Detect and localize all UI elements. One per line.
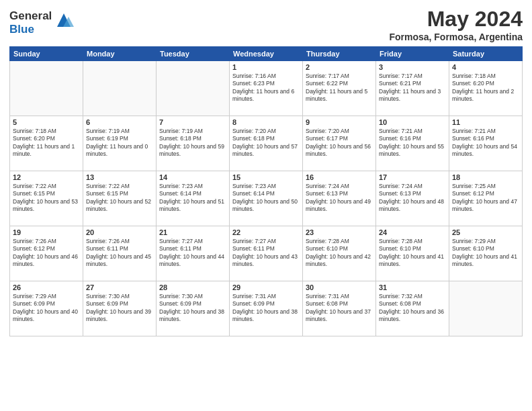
logo-icon — [54, 10, 74, 30]
table-row: 22Sunrise: 7:27 AM Sunset: 6:11 PM Dayli… — [230, 226, 303, 281]
day-info: Sunrise: 7:29 AM Sunset: 6:09 PM Dayligh… — [13, 293, 80, 324]
table-row: 30Sunrise: 7:31 AM Sunset: 6:08 PM Dayli… — [303, 281, 376, 336]
day-number: 29 — [232, 283, 300, 291]
col-sunday: Sunday — [10, 47, 83, 61]
table-row: 29Sunrise: 7:31 AM Sunset: 6:09 PM Dayli… — [230, 281, 303, 336]
logo-general: General — [9, 9, 52, 23]
col-tuesday: Tuesday — [157, 47, 230, 61]
title-block: May 2024 Formosa, Formosa, Argentina — [389, 7, 523, 42]
col-wednesday: Wednesday — [230, 47, 303, 61]
day-info: Sunrise: 7:26 AM Sunset: 6:12 PM Dayligh… — [13, 238, 80, 269]
day-number: 7 — [159, 118, 226, 126]
day-info: Sunrise: 7:17 AM Sunset: 6:22 PM Dayligh… — [306, 73, 373, 103]
table-row: 26Sunrise: 7:29 AM Sunset: 6:09 PM Dayli… — [10, 281, 83, 336]
day-info: Sunrise: 7:21 AM Sunset: 6:16 PM Dayligh… — [452, 128, 519, 158]
day-info: Sunrise: 7:24 AM Sunset: 6:13 PM Dayligh… — [379, 183, 446, 214]
table-row: 19Sunrise: 7:26 AM Sunset: 6:12 PM Dayli… — [10, 226, 83, 281]
day-info: Sunrise: 7:31 AM Sunset: 6:08 PM Dayligh… — [306, 293, 373, 324]
table-row: 20Sunrise: 7:26 AM Sunset: 6:11 PM Dayli… — [83, 226, 157, 281]
day-number: 18 — [452, 173, 519, 181]
day-number: 19 — [13, 228, 80, 236]
day-info: Sunrise: 7:28 AM Sunset: 6:10 PM Dayligh… — [379, 238, 446, 269]
table-row: 21Sunrise: 7:27 AM Sunset: 6:11 PM Dayli… — [157, 226, 230, 281]
day-number: 26 — [13, 283, 80, 291]
day-info: Sunrise: 7:16 AM Sunset: 6:23 PM Dayligh… — [232, 73, 300, 103]
table-row: 11Sunrise: 7:21 AM Sunset: 6:16 PM Dayli… — [449, 116, 523, 171]
day-number: 12 — [13, 173, 80, 181]
day-info: Sunrise: 7:27 AM Sunset: 6:11 PM Dayligh… — [159, 238, 226, 269]
day-number: 22 — [232, 228, 300, 236]
day-info: Sunrise: 7:31 AM Sunset: 6:09 PM Dayligh… — [232, 293, 300, 324]
day-number: 8 — [232, 118, 300, 126]
day-number: 2 — [306, 63, 373, 71]
logo-blue: Blue — [9, 23, 52, 36]
calendar-week-row: 26Sunrise: 7:29 AM Sunset: 6:09 PM Dayli… — [10, 281, 523, 336]
day-number: 25 — [452, 228, 519, 236]
table-row: 4Sunrise: 7:18 AM Sunset: 6:20 PM Daylig… — [449, 61, 523, 116]
day-number: 16 — [306, 173, 373, 181]
calendar-table: Sunday Monday Tuesday Wednesday Thursday… — [9, 46, 523, 336]
day-info: Sunrise: 7:18 AM Sunset: 6:20 PM Dayligh… — [13, 128, 80, 158]
table-row: 13Sunrise: 7:22 AM Sunset: 6:15 PM Dayli… — [83, 171, 157, 226]
day-number: 1 — [232, 63, 300, 71]
day-info: Sunrise: 7:19 AM Sunset: 6:18 PM Dayligh… — [159, 128, 226, 158]
day-info: Sunrise: 7:24 AM Sunset: 6:13 PM Dayligh… — [306, 183, 373, 214]
day-number: 5 — [13, 118, 80, 126]
table-row: 15Sunrise: 7:23 AM Sunset: 6:14 PM Dayli… — [230, 171, 303, 226]
day-info: Sunrise: 7:21 AM Sunset: 6:16 PM Dayligh… — [379, 128, 446, 158]
day-info: Sunrise: 7:22 AM Sunset: 6:15 PM Dayligh… — [13, 183, 80, 214]
day-number: 9 — [306, 118, 373, 126]
day-number: 6 — [86, 118, 153, 126]
day-info: Sunrise: 7:27 AM Sunset: 6:11 PM Dayligh… — [232, 238, 300, 269]
day-info: Sunrise: 7:23 AM Sunset: 6:14 PM Dayligh… — [232, 183, 300, 214]
table-row — [157, 61, 230, 116]
table-row: 6Sunrise: 7:19 AM Sunset: 6:19 PM Daylig… — [83, 116, 157, 171]
calendar-header-row: Sunday Monday Tuesday Wednesday Thursday… — [10, 47, 523, 61]
day-info: Sunrise: 7:25 AM Sunset: 6:12 PM Dayligh… — [452, 183, 519, 214]
table-row: 31Sunrise: 7:32 AM Sunset: 6:08 PM Dayli… — [376, 281, 449, 336]
day-number: 27 — [86, 283, 153, 291]
day-info: Sunrise: 7:26 AM Sunset: 6:11 PM Dayligh… — [86, 238, 153, 269]
day-number: 13 — [86, 173, 153, 181]
header: General Blue May 2024 Formosa, Formosa, … — [9, 7, 523, 42]
table-row: 23Sunrise: 7:28 AM Sunset: 6:10 PM Dayli… — [303, 226, 376, 281]
day-number: 21 — [159, 228, 226, 236]
table-row: 17Sunrise: 7:24 AM Sunset: 6:13 PM Dayli… — [376, 171, 449, 226]
day-info: Sunrise: 7:18 AM Sunset: 6:20 PM Dayligh… — [452, 73, 519, 103]
subtitle: Formosa, Formosa, Argentina — [389, 32, 523, 42]
table-row: 10Sunrise: 7:21 AM Sunset: 6:16 PM Dayli… — [376, 116, 449, 171]
table-row: 27Sunrise: 7:30 AM Sunset: 6:09 PM Dayli… — [83, 281, 157, 336]
day-info: Sunrise: 7:32 AM Sunset: 6:08 PM Dayligh… — [379, 293, 446, 324]
table-row: 12Sunrise: 7:22 AM Sunset: 6:15 PM Dayli… — [10, 171, 83, 226]
day-number: 30 — [306, 283, 373, 291]
day-number: 23 — [306, 228, 373, 236]
table-row: 18Sunrise: 7:25 AM Sunset: 6:12 PM Dayli… — [449, 171, 523, 226]
day-info: Sunrise: 7:20 AM Sunset: 6:17 PM Dayligh… — [306, 128, 373, 158]
calendar-week-row: 1Sunrise: 7:16 AM Sunset: 6:23 PM Daylig… — [10, 61, 523, 116]
table-row — [10, 61, 83, 116]
table-row: 25Sunrise: 7:29 AM Sunset: 6:10 PM Dayli… — [449, 226, 523, 281]
day-number: 4 — [452, 63, 519, 71]
table-row: 8Sunrise: 7:20 AM Sunset: 6:18 PM Daylig… — [230, 116, 303, 171]
day-info: Sunrise: 7:29 AM Sunset: 6:10 PM Dayligh… — [452, 238, 519, 269]
calendar-week-row: 5Sunrise: 7:18 AM Sunset: 6:20 PM Daylig… — [10, 116, 523, 171]
table-row: 2Sunrise: 7:17 AM Sunset: 6:22 PM Daylig… — [303, 61, 376, 116]
main-title: May 2024 — [389, 7, 523, 32]
day-number: 14 — [159, 173, 226, 181]
table-row: 9Sunrise: 7:20 AM Sunset: 6:17 PM Daylig… — [303, 116, 376, 171]
day-number: 15 — [232, 173, 300, 181]
day-number: 20 — [86, 228, 153, 236]
table-row: 7Sunrise: 7:19 AM Sunset: 6:18 PM Daylig… — [157, 116, 230, 171]
day-info: Sunrise: 7:28 AM Sunset: 6:10 PM Dayligh… — [306, 238, 373, 269]
day-info: Sunrise: 7:19 AM Sunset: 6:19 PM Dayligh… — [86, 128, 153, 158]
logo: General Blue — [9, 9, 74, 37]
table-row: 14Sunrise: 7:23 AM Sunset: 6:14 PM Dayli… — [157, 171, 230, 226]
day-number: 3 — [379, 63, 446, 71]
table-row — [83, 61, 157, 116]
col-thursday: Thursday — [303, 47, 376, 61]
day-number: 17 — [379, 173, 446, 181]
day-number: 10 — [379, 118, 446, 126]
calendar-week-row: 12Sunrise: 7:22 AM Sunset: 6:15 PM Dayli… — [10, 171, 523, 226]
col-saturday: Saturday — [449, 47, 523, 61]
col-monday: Monday — [83, 47, 157, 61]
